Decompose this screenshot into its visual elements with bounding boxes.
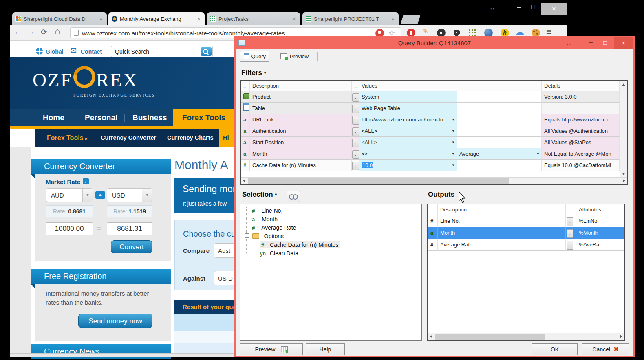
filter-value[interactable]: http://www.ozforex.com.au/forex-to...▼ xyxy=(359,114,457,125)
dropdown-icon[interactable]: ▼ xyxy=(452,160,455,171)
tab-monthly-average[interactable]: Monthly Average Exchang × xyxy=(108,12,205,25)
filters-horizontal-scrollbar[interactable] xyxy=(241,177,627,184)
from-currency-select[interactable]: AUD ▼ xyxy=(46,188,93,202)
cell-edit-button[interactable]: . xyxy=(352,150,359,159)
cell-edit-button[interactable]: . xyxy=(352,127,359,136)
cell-edit-button[interactable]: . xyxy=(352,139,359,147)
selection-tree[interactable]: # Line No. a Month # Average Rate Option… xyxy=(240,204,422,341)
nav-personal[interactable]: Personal xyxy=(85,109,117,126)
tree-item-average-rate[interactable]: # Average Rate xyxy=(252,224,421,232)
scrollbar-thumb[interactable] xyxy=(435,334,545,340)
tab-sharperlight-project01[interactable]: Sharperlight PROJECT01 T × xyxy=(302,12,399,25)
filter-value[interactable]: System xyxy=(359,91,457,103)
global-link[interactable]: Global xyxy=(46,48,64,55)
subnav-currency-converter[interactable]: Currency Converter xyxy=(101,129,156,147)
tree-item-cache-data[interactable]: # Cache Data for (n) Minutes xyxy=(260,241,421,249)
scroll-up-icon[interactable] xyxy=(622,83,625,86)
filter-extra-value[interactable]: Average▼ xyxy=(457,148,542,160)
tab-query[interactable]: Query xyxy=(240,51,269,62)
dropdown-icon[interactable]: ▼ xyxy=(452,114,455,125)
window-close-button[interactable]: × xyxy=(541,3,567,15)
cell-edit-button[interactable]: . xyxy=(567,229,573,238)
output-row-line-no[interactable]: # Line No. . %LinNo xyxy=(428,215,624,227)
dropdown-icon[interactable]: ▼ xyxy=(452,125,455,136)
filter-row-authentication[interactable]: a Authentication . <ALL>▼ All Values @Au… xyxy=(241,125,620,137)
tab-close-icon[interactable]: × xyxy=(292,15,297,22)
scroll-right-icon[interactable] xyxy=(620,335,622,338)
to-currency-select[interactable]: USD ▼ xyxy=(107,188,152,202)
window-maximize-button[interactable]: □ xyxy=(531,3,535,11)
scroll-right-icon[interactable] xyxy=(623,179,625,182)
filter-row-month[interactable]: a Month . <>▼ Average▼ Not Equal to Aver… xyxy=(241,148,620,160)
preview-button[interactable]: Preview xyxy=(240,343,303,355)
chevron-down-icon[interactable]: ▼ xyxy=(82,189,93,202)
subnav-title[interactable]: Forex Tools ▸ xyxy=(47,129,87,147)
tree-item-line-no[interactable]: # Line No. xyxy=(252,206,421,215)
selection-dropdown[interactable]: Selection ▾ xyxy=(242,191,277,199)
nav-forex-tools-active[interactable]: Forex Tools xyxy=(173,109,235,126)
cell-edit-button[interactable]: . xyxy=(352,93,359,102)
filters-dropdown[interactable]: Filters ▾ xyxy=(241,69,266,77)
output-row-month-selected[interactable]: a Month . %Month xyxy=(428,227,624,239)
tree-item-month[interactable]: a Month xyxy=(252,215,421,224)
filter-row-start-position[interactable]: a Start Position . <ALL>▼ All Values @St… xyxy=(241,137,620,148)
search-button[interactable] xyxy=(201,47,212,56)
new-tab-button[interactable] xyxy=(400,15,421,24)
chevron-down-icon[interactable]: ▼ xyxy=(142,189,152,202)
nav-business[interactable]: Business xyxy=(132,109,167,126)
ok-button[interactable]: OK xyxy=(532,343,578,355)
nav-home[interactable]: Home xyxy=(43,109,64,126)
dialog-maximize-button[interactable]: □ xyxy=(603,39,607,46)
promo-banner[interactable]: Sending mor It just takes a few xyxy=(174,178,236,213)
cell-edit-button[interactable]: . xyxy=(567,241,573,250)
info-icon[interactable]: i xyxy=(83,178,89,184)
filter-row-product[interactable]: Product . System Version: 3.0.0 xyxy=(241,91,620,103)
dropdown-icon[interactable]: ▼ xyxy=(536,148,540,159)
tree-item-options[interactable]: Options xyxy=(245,232,421,241)
tab-close-icon[interactable]: × xyxy=(99,15,104,22)
window-minimize-button[interactable]: – xyxy=(517,2,521,12)
amount-from-input[interactable]: 10000.00 xyxy=(46,222,93,235)
ozforex-logo[interactable]: OZFREX xyxy=(33,66,138,91)
tab-preview[interactable]: Preview xyxy=(277,51,314,62)
filter-value-editing[interactable]: 10.0▼ xyxy=(359,160,457,171)
output-row-average-rate[interactable]: # Average Rate . %AveRat xyxy=(428,239,624,251)
filter-row-cache-data[interactable]: # Cache Data for (n) Minutes . 10.0▼ Equ… xyxy=(241,160,620,171)
forward-icon[interactable]: → xyxy=(27,27,35,36)
subnav-currency-charts[interactable]: Currency Charts xyxy=(167,129,214,147)
filters-header-description[interactable]: Description xyxy=(250,81,352,91)
filters-vertical-scrollbar[interactable] xyxy=(620,81,627,178)
dialog-titlebar[interactable]: Query Builder: Q14134807 ↔ – □ × xyxy=(236,37,633,49)
cell-edit-button[interactable]: . xyxy=(352,116,359,125)
cell-edit-button[interactable]: . xyxy=(352,162,359,170)
contact-link[interactable]: Contact xyxy=(81,48,102,55)
convert-button[interactable]: Convert xyxy=(111,240,152,253)
dialog-close-button[interactable]: × xyxy=(614,37,633,49)
window-restore-down-icon[interactable]: ↔ xyxy=(489,4,496,11)
scroll-left-icon[interactable] xyxy=(243,179,245,182)
tab-projecttasks[interactable]: ProjectTasks × xyxy=(207,12,300,25)
dialog-minimize-button[interactable]: – xyxy=(589,38,593,47)
tab-close-icon[interactable]: × xyxy=(196,15,201,22)
scroll-down-icon[interactable] xyxy=(622,173,625,175)
ext-pencil-icon[interactable]: ✎ xyxy=(422,27,428,36)
filter-row-url-link[interactable]: a URL Link . http://www.ozforex.com.au/f… xyxy=(241,114,620,125)
quick-search-input[interactable]: Quick Search xyxy=(111,46,213,57)
outputs-horizontal-scrollbar[interactable] xyxy=(428,333,624,340)
back-icon[interactable]: ← xyxy=(14,27,22,36)
collapse-expander-icon[interactable] xyxy=(245,233,249,238)
amount-to-input[interactable]: 8681.31 xyxy=(107,222,152,235)
outputs-header-attributes[interactable]: Attributes xyxy=(576,204,624,215)
scrollbar-thumb[interactable] xyxy=(248,178,509,184)
filter-value[interactable]: <ALL>▼ xyxy=(359,137,457,148)
outputs-header-description[interactable]: Description xyxy=(438,204,566,215)
cell-edit-button[interactable]: . xyxy=(567,217,573,226)
cell-edit-button[interactable]: . xyxy=(352,105,359,113)
dialog-restore-icon[interactable]: ↔ xyxy=(566,40,572,46)
search-fields-button[interactable] xyxy=(287,191,300,202)
tab-close-icon[interactable]: × xyxy=(390,15,395,22)
reload-icon[interactable]: ⟳ xyxy=(41,27,47,37)
tab-sharperlight-cloud[interactable]: Sharperlight Cloud Data D × xyxy=(12,12,107,25)
filter-value[interactable]: Web Page Table xyxy=(359,103,457,114)
dropdown-icon[interactable]: ▼ xyxy=(452,137,455,148)
